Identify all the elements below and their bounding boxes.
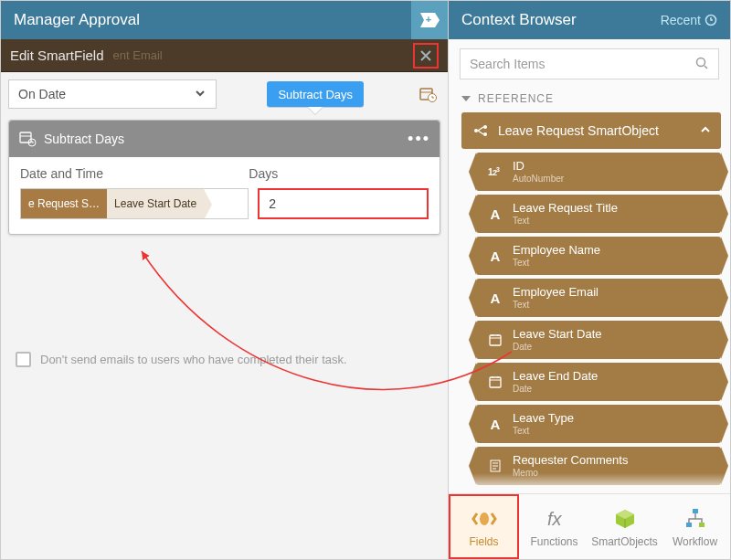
- smartfield-editor: On Date Subtract Days: [1, 72, 448, 244]
- datetime-input[interactable]: e Request S… Leave Start Date: [20, 188, 249, 219]
- field-type-icon: 123: [485, 164, 505, 179]
- tab-fields-label: Fields: [469, 535, 498, 548]
- subtract-days-card: Subtract Days ••• Date and Time Days e R…: [8, 120, 440, 235]
- card-title: Subtract Days: [44, 132, 124, 146]
- svg-rect-13: [490, 335, 501, 345]
- close-button[interactable]: [413, 43, 439, 69]
- tree-item-employee-name[interactable]: AEmployee NameText: [476, 237, 721, 275]
- calendar-clock-icon: [418, 85, 437, 103]
- tab-smartobjects[interactable]: SmartObjects: [589, 494, 660, 559]
- item-type: AutoNumber: [513, 174, 564, 184]
- svg-text:+: +: [426, 14, 431, 25]
- field-type-icon: [485, 375, 505, 389]
- svg-point-7: [474, 129, 478, 132]
- item-label: Leave Start Date: [513, 328, 602, 341]
- card-header: Subtract Days •••: [9, 121, 440, 157]
- search-icon: [694, 56, 709, 73]
- context-browser-header: Context Browser Recent: [449, 1, 730, 39]
- ribbon-icon: +: [418, 11, 440, 29]
- on-date-dropdown[interactable]: On Date: [8, 79, 217, 109]
- svg-rect-3: [20, 132, 31, 143]
- subtract-days-chip[interactable]: Subtract Days: [267, 81, 364, 107]
- svg-rect-14: [490, 377, 501, 387]
- tab-smartobjects-label: SmartObjects: [591, 535, 658, 548]
- tree-item-leave-start-date[interactable]: Leave Start DateDate: [476, 321, 721, 359]
- reference-section-header[interactable]: REFERENCE: [449, 89, 730, 112]
- label-datetime: Date and Time: [20, 166, 249, 181]
- svg-point-9: [483, 132, 487, 136]
- item-label: Requester Comments: [513, 454, 628, 467]
- item-label: Employee Name: [513, 244, 600, 257]
- item-type: Text: [513, 258, 600, 268]
- item-label: Leave Request Title: [513, 202, 618, 215]
- dropdown-label: On Date: [18, 87, 66, 101]
- ribbon-badge[interactable]: +: [411, 1, 448, 39]
- field-type-icon: [485, 333, 505, 347]
- svg-rect-18: [693, 509, 698, 513]
- tab-workflow-label: Workflow: [673, 535, 717, 548]
- tab-functions[interactable]: fx Functions: [519, 494, 589, 559]
- chip-pointer: [308, 107, 323, 114]
- tab-workflow[interactable]: Workflow: [660, 494, 730, 559]
- checkbox-label: Don't send emails to users who have comp…: [40, 353, 347, 366]
- recent-button[interactable]: Recent: [661, 13, 717, 27]
- header-title: Manager Approval: [14, 11, 140, 29]
- tree-item-leave-request-title[interactable]: ALeave Request TitleText: [476, 195, 721, 233]
- item-label: Employee Email: [513, 286, 599, 299]
- workflow-icon: [683, 506, 708, 532]
- days-value: 2: [269, 196, 276, 211]
- edit-smartfield-bar: Edit SmartField ent Email: [1, 39, 448, 72]
- tree-item-leave-end-date[interactable]: Leave End DateDate: [476, 363, 721, 401]
- bottom-tabs: Fields fx Functions SmartObjects Workflo…: [449, 493, 730, 559]
- item-type: Date: [513, 342, 602, 352]
- reference-tree: Leave Request SmartObject 123IDAutoNumbe…: [449, 112, 730, 493]
- fade-overlay: [449, 473, 730, 493]
- svg-point-16: [480, 512, 489, 525]
- context-browser-panel: Context Browser Recent Search Items REFE…: [448, 1, 730, 559]
- tab-functions-label: Functions: [530, 535, 577, 548]
- item-label: Leave End Date: [513, 370, 598, 383]
- root-node[interactable]: Leave Request SmartObject: [461, 112, 721, 149]
- field-type-icon: A: [485, 291, 505, 306]
- calendar-picker-button[interactable]: [415, 85, 440, 103]
- svg-point-8: [483, 125, 487, 129]
- clock-icon: [705, 14, 717, 26]
- smartobjects-icon: [612, 506, 638, 532]
- svg-text:3: 3: [496, 166, 500, 173]
- field-type-icon: A: [485, 417, 505, 432]
- label-days: Days: [249, 166, 429, 181]
- svg-rect-20: [699, 523, 705, 527]
- token-source: e Request S…: [21, 189, 107, 218]
- tree-item-employee-email[interactable]: AEmployee EmailText: [476, 279, 721, 317]
- fields-icon: [471, 506, 497, 532]
- search-placeholder: Search Items: [470, 57, 694, 71]
- triangle-down-icon: [461, 96, 471, 101]
- field-type-icon: A: [485, 248, 505, 264]
- card-menu-button[interactable]: •••: [408, 130, 430, 149]
- svg-point-6: [697, 58, 705, 66]
- lower-area: Don't send emails to users who have comp…: [1, 244, 448, 559]
- smartobject-icon: [471, 122, 491, 139]
- tree-item-leave-type[interactable]: ALeave TypeText: [476, 405, 721, 443]
- svg-rect-19: [686, 523, 692, 527]
- days-input[interactable]: 2: [258, 188, 429, 219]
- tree-item-id[interactable]: 123IDAutoNumber: [476, 153, 721, 191]
- token-field: Leave Start Date: [107, 189, 204, 218]
- item-type: Text: [513, 426, 574, 436]
- recent-label: Recent: [661, 13, 701, 27]
- chip-label: Subtract Days: [278, 88, 353, 101]
- chevron-up-icon: [699, 123, 712, 139]
- svg-text:fx: fx: [547, 509, 563, 529]
- item-type: Date: [513, 384, 598, 394]
- chevron-down-icon: [194, 87, 207, 102]
- search-input[interactable]: Search Items: [460, 48, 719, 79]
- item-type: Text: [513, 216, 618, 226]
- left-panel: Manager Approval + Edit SmartField ent E…: [1, 1, 448, 559]
- faded-sublabel: ent Email: [113, 48, 163, 62]
- close-icon: [418, 48, 433, 63]
- tab-fields[interactable]: Fields: [449, 494, 519, 559]
- edit-smartfield-title: Edit SmartField: [10, 48, 104, 63]
- item-label: ID: [513, 160, 564, 173]
- field-type-icon: A: [485, 206, 505, 222]
- dont-send-checkbox[interactable]: [16, 352, 31, 367]
